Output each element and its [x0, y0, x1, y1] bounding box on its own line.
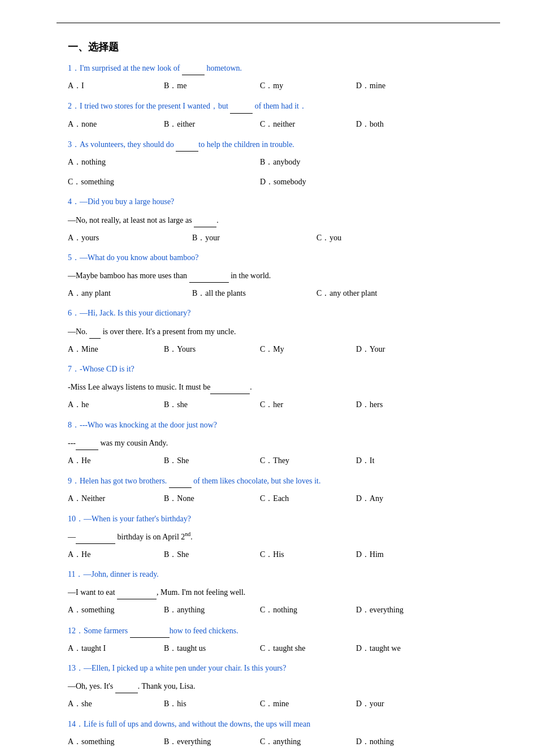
question-9: 9．Helen has got two brothers. of them li… [68, 473, 489, 506]
question-11: 11．—John, dinner is ready. —I want to ea… [68, 567, 489, 617]
page-container: 一、选择题 1．I'm surprised at the new look of… [0, 0, 534, 756]
question-1: 1．I'm surprised at the new look of homet… [68, 61, 489, 93]
question-12: 12．Some farmers how to feed chickens. A．… [68, 623, 489, 655]
question-13: 13．—Ellen, I picked up a white pen under… [68, 661, 489, 711]
question-8: 8．---Who was knocking at the door just n… [68, 418, 489, 468]
question-6: 6．—Hi, Jack. Is this your dictionary? —N… [68, 306, 489, 356]
question-2: 2．I tried two stores for the present I w… [68, 98, 489, 131]
question-4: 4．—Did you buy a large house? —No, not r… [68, 195, 489, 245]
question-10: 10．—When is your father's birthday? — bi… [68, 512, 489, 562]
question-3: 3．As volunteers, they should do to help … [68, 137, 489, 189]
question-5: 5．—What do you know about bamboo? —Maybe… [68, 250, 489, 301]
question-14: 14．Life is full of ups and downs, and wi… [68, 717, 489, 749]
section-title: 一、选择题 [68, 40, 489, 54]
top-divider [57, 23, 500, 23]
question-7: 7．-Whose CD is it? -Miss Lee always list… [68, 362, 489, 412]
